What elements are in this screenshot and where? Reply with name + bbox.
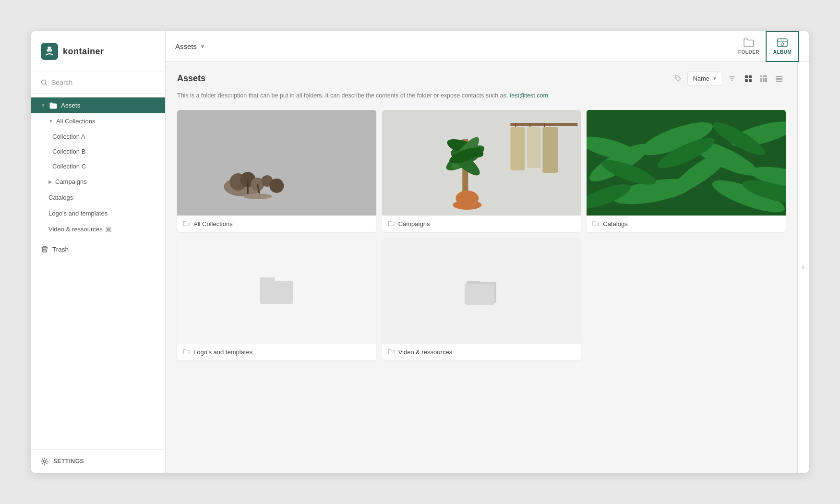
folder-sm-icon-2 xyxy=(388,221,395,227)
svg-rect-26 xyxy=(776,81,782,82)
folder-placeholder-video xyxy=(382,238,581,344)
folder-card-logos[interactable]: Logo's and templates xyxy=(177,238,376,360)
svg-rect-48 xyxy=(529,123,530,127)
sidebar-item-trash[interactable]: Trash xyxy=(31,241,165,257)
svg-rect-23 xyxy=(765,80,767,82)
grid-large-button[interactable] xyxy=(742,72,755,85)
svg-rect-25 xyxy=(776,78,782,80)
folder-card-image-plant xyxy=(382,110,581,216)
settings-item[interactable]: SETTINGS xyxy=(41,457,156,465)
svg-rect-50 xyxy=(510,127,525,170)
sort-label: Name xyxy=(693,75,709,82)
search-area[interactable]: Search xyxy=(31,72,165,94)
assets-chevron: ▼ xyxy=(41,103,46,108)
breadcrumb-chevron: ▼ xyxy=(200,43,205,50)
sidebar-item-collection-c[interactable]: Collection C xyxy=(31,159,165,174)
search-label: Search xyxy=(51,79,72,86)
sort-chevron: ▼ xyxy=(712,76,717,81)
svg-rect-51 xyxy=(527,127,540,168)
svg-point-10 xyxy=(676,77,677,78)
content-description: This is a folder description that can be… xyxy=(177,91,786,100)
folder-placeholder-logos xyxy=(177,238,376,344)
logos-label: Logo's and templates xyxy=(48,210,108,217)
settings-label: SETTINGS xyxy=(53,458,84,465)
sidebar-item-campaigns[interactable]: ▶ Campaigns xyxy=(31,174,165,190)
trash-label: Trash xyxy=(52,246,69,253)
search-box[interactable]: Search xyxy=(41,79,156,86)
svg-rect-6 xyxy=(107,228,110,231)
folder-card-footer-logos: Logo's and templates xyxy=(177,344,376,360)
folder-sm-icon xyxy=(183,221,190,227)
sidebar-nav: ▼ Assets ▼ All Collections Collection A … xyxy=(31,94,165,449)
top-bar-left: Assets ▼ xyxy=(175,42,205,50)
svg-rect-17 xyxy=(765,75,767,77)
svg-rect-13 xyxy=(745,79,748,82)
folder-card-footer-catalogs: Catalogs xyxy=(587,216,786,232)
svg-rect-45 xyxy=(456,191,479,206)
folder-stacked-icon xyxy=(465,277,498,305)
sidebar-item-collection-b[interactable]: Collection B xyxy=(31,144,165,159)
sidebar-item-collection-a[interactable]: Collection A xyxy=(31,129,165,144)
catalogs-label: Catalogs xyxy=(48,194,73,201)
svg-point-36 xyxy=(243,193,272,199)
all-collections-label: All Collections xyxy=(56,118,96,125)
content-title: Assets xyxy=(177,73,205,84)
grid-small-button[interactable] xyxy=(757,72,770,85)
svg-rect-22 xyxy=(763,80,765,82)
folder-card-video[interactable]: Video & ressources xyxy=(382,238,581,360)
settings-icon xyxy=(41,457,48,465)
svg-rect-15 xyxy=(760,75,762,77)
sidebar-item-logos[interactable]: Logo's and templates xyxy=(31,205,165,221)
svg-rect-24 xyxy=(776,76,782,77)
sidebar-item-video[interactable]: Video & ressources xyxy=(31,221,165,237)
content-main: Assets Name ▼ xyxy=(166,62,797,473)
folder-name-logos: Logo's and templates xyxy=(193,348,252,356)
content-controls: Name ▼ xyxy=(674,72,786,85)
svg-rect-16 xyxy=(763,75,765,77)
breadcrumb[interactable]: Assets ▼ xyxy=(175,42,205,50)
sidebar-item-all-collections[interactable]: ▼ All Collections xyxy=(31,113,165,129)
app-window: kontainer Search ▼ Assets ▼ xyxy=(31,31,809,473)
svg-rect-19 xyxy=(763,78,765,80)
contact-email-link[interactable]: test@test.com xyxy=(510,92,548,99)
sidebar: kontainer Search ▼ Assets ▼ xyxy=(31,31,166,473)
sidebar-bottom: SETTINGS xyxy=(31,449,165,473)
content-area: Assets Name ▼ xyxy=(166,62,809,473)
svg-rect-11 xyxy=(745,75,748,78)
sidebar-item-catalogs[interactable]: Catalogs xyxy=(31,190,165,205)
folder-icon xyxy=(49,102,57,109)
content-title-row: Assets Name ▼ xyxy=(177,72,786,85)
folder-sm-icon-4 xyxy=(183,349,190,355)
folder-view-button[interactable]: FOLDER xyxy=(732,31,766,62)
svg-point-3 xyxy=(51,48,53,49)
sort-order-icon[interactable] xyxy=(728,75,736,83)
folder-view-icon xyxy=(744,38,754,48)
folder-card-image-pine xyxy=(177,110,376,216)
folder-card-all-collections[interactable]: All Collections xyxy=(177,110,376,232)
folder-sm-icon-3 xyxy=(592,221,599,227)
tag-icon[interactable] xyxy=(674,75,682,83)
right-panel-chevron: ‹ xyxy=(802,263,804,272)
folder-sm-icon-5 xyxy=(388,349,395,355)
right-panel-toggle[interactable]: ‹ xyxy=(797,62,809,473)
collection-c-label: Collection C xyxy=(52,163,86,170)
top-bar: Assets ▼ FOLDER ALBUM xyxy=(166,31,809,62)
folder-icon-logos xyxy=(260,277,293,304)
folder-name-all-collections: All Collections xyxy=(193,220,233,228)
sort-select[interactable]: Name ▼ xyxy=(687,72,722,85)
trash-icon xyxy=(41,245,48,253)
svg-rect-21 xyxy=(760,80,762,82)
folder-view-label: FOLDER xyxy=(738,49,759,55)
folder-card-campaigns[interactable]: Campaigns xyxy=(382,110,581,232)
folder-card-catalogs[interactable]: Catalogs xyxy=(587,110,786,232)
album-view-button[interactable]: ALBUM xyxy=(766,31,799,62)
video-badge-icon xyxy=(106,227,111,232)
svg-point-33 xyxy=(269,179,284,193)
collection-a-label: Collection A xyxy=(52,133,85,140)
album-view-label: ALBUM xyxy=(773,49,792,55)
collection-b-label: Collection B xyxy=(52,148,85,155)
list-button[interactable] xyxy=(772,72,786,85)
sidebar-item-assets[interactable]: ▼ Assets xyxy=(31,97,165,113)
svg-rect-27 xyxy=(177,110,376,216)
logo-area: kontainer xyxy=(31,31,165,72)
